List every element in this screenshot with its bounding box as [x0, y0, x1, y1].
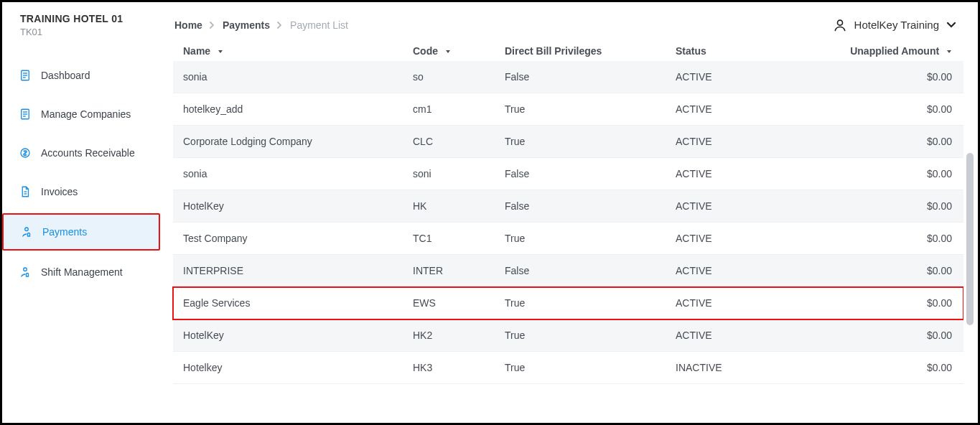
cell-name: HotelKey	[173, 190, 403, 223]
sidebar-item-payments[interactable]: Payments	[2, 213, 160, 251]
cell-amount: $0.00	[834, 223, 963, 255]
table-row[interactable]: HotelKeyHK2TrueACTIVE$0.00	[173, 319, 963, 352]
scrollbar-rail[interactable]	[963, 45, 975, 420]
cell-status: ACTIVE	[666, 319, 834, 352]
cell-name: Test Company	[173, 223, 403, 255]
table-row[interactable]: Test CompanyTC1TrueACTIVE$0.00	[173, 223, 963, 255]
breadcrumb-home[interactable]: Home	[174, 19, 202, 31]
doc-icon	[18, 107, 32, 121]
table-row[interactable]: hotelkey_addcm1TrueACTIVE$0.00	[173, 93, 963, 126]
cell-amount: $0.00	[834, 158, 963, 190]
column-code[interactable]: Code	[403, 45, 495, 61]
table-row[interactable]: Eagle ServicesEWSTrueACTIVE$0.00	[173, 287, 963, 319]
cell-status: ACTIVE	[666, 287, 834, 319]
cell-amount: $0.00	[834, 287, 963, 319]
cell-direct-bill: True	[495, 352, 666, 384]
breadcrumb: Home Payments Payment List	[174, 19, 818, 31]
sidebar-item-dashboard[interactable]: Dashboard	[2, 58, 160, 93]
payments-table: soniasoFalseACTIVE$0.00hotelkey_addcm1Tr…	[173, 61, 963, 384]
chevron-down-icon	[946, 22, 956, 29]
column-unapplied-amount[interactable]: Unapplied Amount	[834, 45, 963, 61]
table-row[interactable]: HotelkeyHK3TrueINACTIVE$0.00	[173, 352, 963, 384]
cell-code: HK2	[403, 319, 495, 352]
cell-direct-bill: True	[495, 126, 666, 158]
cell-code: TC1	[403, 223, 495, 255]
cell-direct-bill: False	[495, 61, 666, 93]
chevron-right-icon	[210, 22, 215, 29]
column-direct-bill[interactable]: Direct Bill Privileges	[495, 45, 666, 61]
sidebar-item-label: Invoices	[41, 186, 78, 197]
column-status-label: Status	[676, 45, 706, 57]
breadcrumb-current: Payment List	[290, 19, 348, 31]
money-icon	[18, 146, 32, 160]
cell-amount: $0.00	[834, 126, 963, 158]
cell-code: EWS	[403, 287, 495, 319]
user-menu[interactable]: HotelKey Training	[833, 18, 963, 32]
cell-name: hotelkey_add	[173, 93, 403, 126]
cell-direct-bill: False	[495, 255, 666, 287]
cell-amount: $0.00	[834, 93, 963, 126]
cell-code: cm1	[403, 93, 495, 126]
cell-status: ACTIVE	[666, 126, 834, 158]
cell-direct-bill: False	[495, 190, 666, 223]
sort-down-icon	[218, 45, 223, 57]
cell-code: so	[403, 61, 495, 93]
cell-status: INACTIVE	[666, 352, 834, 384]
cell-direct-bill: True	[495, 223, 666, 255]
chevron-right-icon	[277, 22, 283, 29]
cell-code: HK3	[403, 352, 495, 384]
column-unapplied-amount-label: Unapplied Amount	[850, 45, 939, 57]
table-row[interactable]: HotelKeyHKFalseACTIVE$0.00	[173, 190, 963, 223]
hotel-block: TRAINING HOTEL 01 TK01	[17, 13, 160, 37]
sidebar-item-accounts-receivable[interactable]: Accounts Receivable	[2, 136, 160, 170]
column-direct-bill-label: Direct Bill Privileges	[505, 45, 602, 57]
table-row[interactable]: soniasoniFalseACTIVE$0.00	[173, 158, 963, 190]
cell-direct-bill: True	[495, 319, 666, 352]
sidebar-item-label: Accounts Receivable	[41, 147, 135, 159]
sidebar-item-invoices[interactable]: Invoices	[2, 174, 160, 209]
user-icon	[833, 18, 847, 32]
cell-name: sonia	[173, 158, 403, 190]
cell-name: Hotelkey	[173, 352, 403, 384]
cell-direct-bill: True	[495, 287, 666, 319]
cell-status: ACTIVE	[666, 61, 834, 93]
breadcrumb-payments[interactable]: Payments	[223, 19, 270, 31]
column-code-label: Code	[413, 45, 438, 57]
doc-icon	[18, 68, 32, 83]
cell-name: sonia	[173, 61, 403, 93]
svg-point-13	[24, 268, 27, 271]
main-content: Name Code Direct Bill Privileges	[160, 45, 978, 423]
cell-status: ACTIVE	[666, 158, 834, 190]
scrollbar-thumb[interactable]	[966, 153, 974, 325]
cell-code: soni	[403, 158, 495, 190]
column-status[interactable]: Status	[666, 45, 834, 61]
user-name-label: HotelKey Training	[854, 19, 939, 31]
table-row[interactable]: INTERPRISEINTERFalseACTIVE$0.00	[173, 255, 963, 287]
file-icon	[18, 185, 32, 199]
cell-amount: $0.00	[834, 319, 963, 352]
cell-direct-bill: False	[495, 158, 666, 190]
table-row[interactable]: Corporate Lodging CompanyCLCTrueACTIVE$0…	[173, 126, 963, 158]
payments-table-header: Name Code Direct Bill Privileges	[173, 45, 963, 61]
hand-icon	[18, 265, 32, 279]
table-row[interactable]: soniasoFalseACTIVE$0.00	[173, 61, 963, 93]
cell-code: HK	[403, 190, 495, 223]
cell-name: Eagle Services	[173, 287, 403, 319]
cell-name: INTERPRISE	[173, 255, 403, 287]
column-name-label: Name	[183, 45, 210, 57]
column-name[interactable]: Name	[173, 45, 403, 61]
cell-status: ACTIVE	[666, 255, 834, 287]
sidebar-item-manage-companies[interactable]: Manage Companies	[2, 97, 160, 131]
sidebar-item-label: Dashboard	[41, 70, 90, 81]
cell-name: HotelKey	[173, 319, 403, 352]
hand-icon	[19, 225, 34, 239]
cell-code: CLC	[403, 126, 495, 158]
cell-name: Corporate Lodging Company	[173, 126, 403, 158]
topbar: TRAINING HOTEL 01 TK01 Home Payments Pay…	[2, 2, 978, 45]
cell-amount: $0.00	[834, 255, 963, 287]
cell-amount: $0.00	[834, 352, 963, 384]
sidebar-item-shift-management[interactable]: Shift Management	[2, 255, 160, 289]
cell-status: ACTIVE	[666, 190, 834, 223]
svg-point-12	[25, 228, 29, 231]
hotel-code: TK01	[20, 27, 160, 37]
